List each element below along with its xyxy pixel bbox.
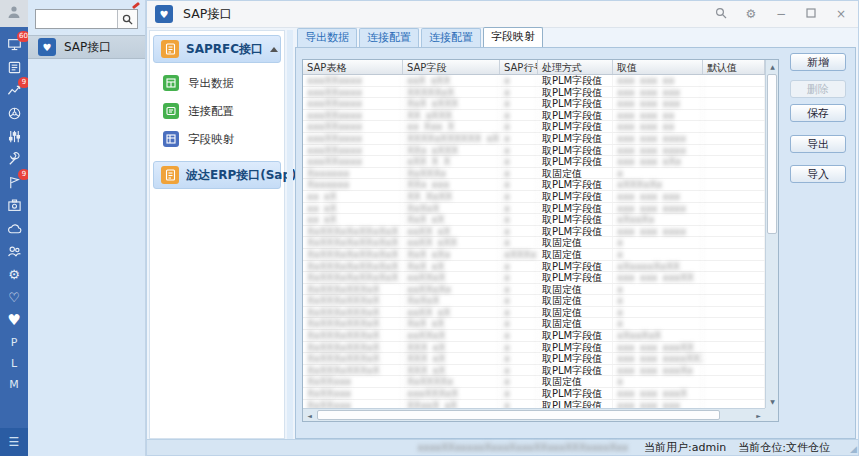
cell-m[interactable]: 取PLM字段值 <box>538 365 613 376</box>
cell-d[interactable] <box>703 365 765 376</box>
cell-v[interactable]: xxx_xxx_xxxX <box>613 388 703 399</box>
cell-v[interactable]: xxx_xxx_xxx <box>613 87 703 98</box>
table-row[interactable]: xxxXXxxxxXXXXXxXx取PLM字段值xxx_xxx_xxx <box>303 87 765 99</box>
cell-v[interactable]: xxx_xxx_xxx <box>613 98 703 109</box>
column-header-value[interactable]: 取值 <box>613 60 703 74</box>
table-row[interactable]: xx_xXXxXxXx取PLM字段值xxx_xxx_xxxx <box>303 203 765 215</box>
cell-r[interactable]: x <box>500 400 538 408</box>
cell-m[interactable]: 取PLM字段值 <box>538 353 613 364</box>
cell-f[interactable]: XXX_xX <box>403 353 500 364</box>
cell-r[interactable]: x <box>500 307 538 318</box>
cell-v[interactable]: x <box>613 284 703 295</box>
cell-d[interactable] <box>703 237 765 248</box>
cell-t[interactable]: XxXXXxXxXXxXxX <box>303 249 403 260</box>
cell-v[interactable]: x <box>613 237 703 248</box>
cell-m[interactable]: 取PLM字段值 <box>538 272 613 283</box>
search-input[interactable] <box>36 10 117 28</box>
rail-letter-p[interactable]: P <box>5 335 23 349</box>
table-row[interactable]: XxXXXxXxXXxXxXxxXX_xXXx取固定值x <box>303 237 765 249</box>
cell-t[interactable]: xx_xX <box>303 191 403 202</box>
cell-m[interactable]: 取固定值 <box>538 284 613 295</box>
table-row[interactable]: xxxXXxxxxXxX_xXXXx取PLM字段值xxx_xxx_xxx <box>303 98 765 110</box>
cell-f[interactable]: xxXXxX <box>403 330 500 341</box>
cell-v[interactable]: x <box>613 307 703 318</box>
cell-m[interactable]: 取PLM字段值 <box>538 203 613 214</box>
table-row[interactable]: XxXXxxxXxXXXXxx取固定值x <box>303 376 765 388</box>
cell-v[interactable]: xXXXxXx <box>613 179 703 190</box>
cell-m[interactable]: 取PLM字段值 <box>538 226 613 237</box>
cell-t[interactable]: xxxXXxxxx <box>303 133 403 144</box>
cell-f[interactable]: XXXXxXXXXXX_xXX <box>403 133 500 144</box>
cell-v[interactable]: x <box>613 168 703 179</box>
cell-d[interactable] <box>703 376 765 387</box>
cell-f[interactable]: XXX_xX <box>403 365 500 376</box>
cell-d[interactable] <box>703 214 765 225</box>
monitor-icon[interactable]: 60 <box>5 36 23 52</box>
cloud-icon[interactable] <box>5 220 23 236</box>
cell-m[interactable]: 取PLM字段值 <box>538 75 613 86</box>
cell-f[interactable]: XxX_xX <box>403 261 500 272</box>
heart-icon-active[interactable]: ♥ <box>5 312 23 328</box>
rail-letter-l[interactable]: L <box>5 356 23 370</box>
cell-d[interactable] <box>703 156 765 167</box>
cell-v[interactable]: xXxxXx <box>613 214 703 225</box>
cell-r[interactable]: x <box>500 284 538 295</box>
cell-f[interactable]: XXx_xXXX <box>403 145 500 156</box>
flag-icon[interactable]: 9 <box>5 174 23 190</box>
cell-d[interactable] <box>703 388 765 399</box>
cell-m[interactable]: 取PLM字段值 <box>538 87 613 98</box>
cell-f[interactable]: xxXX_xXX <box>403 237 500 248</box>
table-row[interactable]: XxXXXxXXXxXXxXxXx取固定值x <box>303 295 765 307</box>
minimize-button[interactable]: − <box>766 1 796 27</box>
cell-t[interactable]: XxXXXxXxXXxXxX <box>303 272 403 283</box>
scroll-up-icon[interactable]: ▲ <box>766 60 779 73</box>
cell-f[interactable]: XxX_xXx <box>403 249 500 260</box>
cell-f[interactable]: xxxXXXxX <box>403 388 500 399</box>
cell-f[interactable]: xx_Xxx_X <box>403 121 500 132</box>
cell-r[interactable]: x <box>500 191 538 202</box>
nav-item-connection-config[interactable]: 连接配置 <box>163 103 284 119</box>
cell-v[interactable]: xXxxxxXxXX <box>613 261 703 272</box>
cell-v[interactable]: xxx_xxx_xxxXX <box>613 342 703 353</box>
cell-d[interactable] <box>703 295 765 306</box>
cell-d[interactable] <box>703 75 765 86</box>
cell-m[interactable]: 取PLM字段值 <box>538 400 613 408</box>
cell-t[interactable]: XxXXXxXXXxX <box>303 353 403 364</box>
cell-d[interactable] <box>703 318 765 329</box>
cell-m[interactable]: 取PLM字段值 <box>538 191 613 202</box>
cell-m[interactable]: 取PLM字段值 <box>538 121 613 132</box>
cell-v[interactable]: xxx_xxx_xxxx <box>613 145 703 156</box>
cell-f[interactable]: xXX_X_X <box>403 156 500 167</box>
cell-t[interactable]: XxXXXxXxXXxXxX <box>303 261 403 272</box>
column-header-method[interactable]: 处理方式 <box>538 60 613 74</box>
cell-t[interactable]: xxxXXxxxx <box>303 156 403 167</box>
tab-field-mapping[interactable]: 字段映射 <box>483 27 543 47</box>
cell-v[interactable]: xxx_xxx_xxxxXXX <box>613 353 703 364</box>
cell-f[interactable]: XXX_xX <box>403 342 500 353</box>
table-row[interactable]: XxXXXxXXXxXXXX_xXx取PLM字段值xxx_xxx_xxxXx <box>303 365 765 377</box>
cell-m[interactable]: 取PLM字段值 <box>538 110 613 121</box>
cell-v[interactable]: xxx_xxx_xx <box>613 121 703 132</box>
cell-f[interactable]: xxXXxX <box>403 272 500 283</box>
add-button[interactable]: 新增 <box>790 53 846 71</box>
cell-d[interactable] <box>703 261 765 272</box>
cell-t[interactable]: xxxXXxxxx <box>303 75 403 86</box>
cell-d[interactable] <box>703 400 765 408</box>
cell-f[interactable]: XxXxX <box>403 295 500 306</box>
cell-d[interactable] <box>703 179 765 190</box>
cell-r[interactable]: x <box>500 353 538 364</box>
cell-t[interactable]: xxxXXxxxx <box>303 145 403 156</box>
cell-t[interactable]: Xxxxxxx <box>303 179 403 190</box>
cell-d[interactable] <box>703 133 765 144</box>
export-button[interactable]: 导出 <box>790 135 846 153</box>
cell-t[interactable]: xxxXXxxxx <box>303 98 403 109</box>
table-row[interactable]: XxXXxxxXXxxX_xXx取PLM字段值xxx_xxx_xxx <box>303 400 765 408</box>
menu-toggle-button[interactable]: ☰ <box>0 428 28 456</box>
module-item-sap-interface[interactable]: ♥ SAP接口 <box>28 35 145 59</box>
titlebar-search-button[interactable] <box>706 1 736 27</box>
cell-r[interactable]: x <box>500 342 538 353</box>
cell-d[interactable] <box>703 98 765 109</box>
cell-r[interactable]: x <box>500 110 538 121</box>
cell-t[interactable]: XxXXXxXxXXxXxX <box>303 226 403 237</box>
cell-v[interactable]: x <box>613 376 703 387</box>
